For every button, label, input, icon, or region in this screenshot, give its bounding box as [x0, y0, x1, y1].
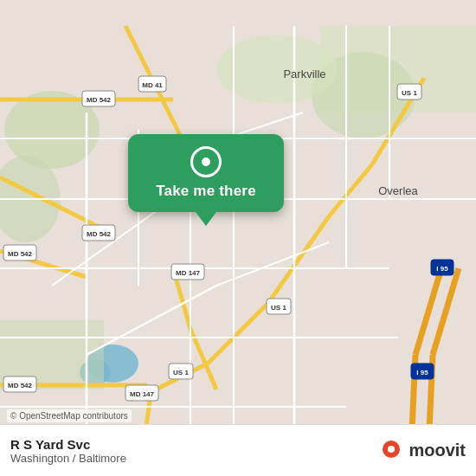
- moovit-text: moovit: [408, 441, 466, 460]
- svg-text:I 95: I 95: [416, 369, 428, 376]
- svg-text:MD 542: MD 542: [8, 250, 33, 258]
- svg-text:MD 542: MD 542: [8, 382, 33, 389]
- svg-text:US 1: US 1: [402, 89, 417, 97]
- svg-text:MD 542: MD 542: [87, 230, 112, 238]
- svg-point-70: [388, 446, 395, 453]
- map-background: MD 542 MD 542 MD 542 MD 542 MD 41 MD 147…: [0, 0, 476, 476]
- location-info: R S Yard Svc Washington / Baltimore: [10, 437, 126, 465]
- bottom-bar: R S Yard Svc Washington / Baltimore moov…: [0, 424, 476, 476]
- pin-dot: [202, 158, 210, 166]
- location-pin-icon: [190, 146, 222, 177]
- svg-text:MD 41: MD 41: [142, 81, 163, 89]
- svg-text:MD 147: MD 147: [130, 390, 155, 398]
- svg-text:Overlea: Overlea: [378, 184, 418, 197]
- popup-bubble: Take me there: [128, 134, 284, 212]
- moovit-logo: moovit: [377, 437, 466, 465]
- svg-text:MD 542: MD 542: [87, 96, 112, 104]
- take-me-there-button[interactable]: Take me there: [156, 183, 256, 200]
- svg-text:I 95: I 95: [436, 265, 448, 273]
- location-region: Washington / Baltimore: [10, 452, 126, 465]
- svg-text:US 1: US 1: [271, 304, 286, 312]
- svg-text:Parkville: Parkville: [283, 68, 325, 80]
- popup-tail: [196, 212, 216, 226]
- popup-card: Take me there: [128, 134, 284, 226]
- location-name: R S Yard Svc: [10, 437, 126, 452]
- map-container: MD 542 MD 542 MD 542 MD 542 MD 41 MD 147…: [0, 0, 476, 476]
- svg-text:MD 147: MD 147: [176, 269, 201, 277]
- moovit-icon: [377, 437, 405, 465]
- svg-text:US 1: US 1: [173, 369, 189, 376]
- map-attribution: © OpenStreetMap contributors: [7, 409, 132, 422]
